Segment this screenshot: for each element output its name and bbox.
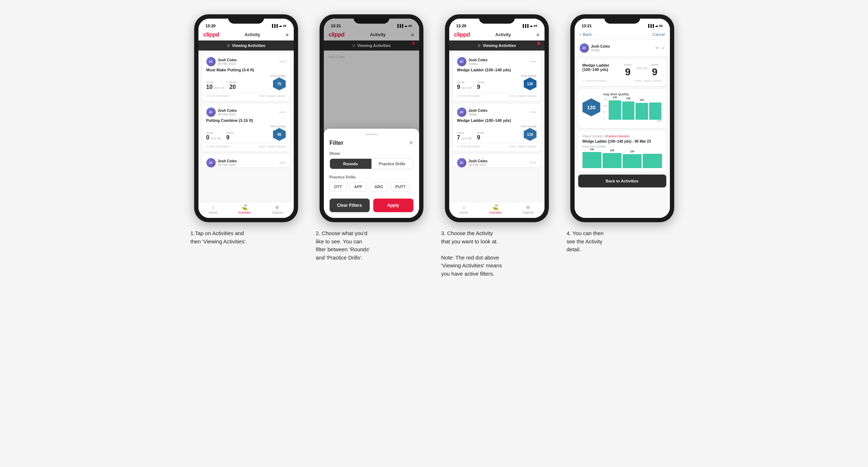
score-label-1-0: Score bbox=[206, 81, 225, 84]
activity-card-3-0[interactable]: JC Josh Coles Today ••• Wedge Ladder (10… bbox=[453, 53, 541, 101]
sq-hexagon-4: 130 bbox=[582, 99, 600, 116]
user-info-1-2: Josh Coles 28 Feb 2023 bbox=[218, 159, 237, 167]
phone-2-shell: 13:21 ▐▐▐ ☁ 44 clippd Activity ≡ ⚙ Viewi… bbox=[320, 14, 423, 222]
data-capture-4: Data: Clippd Capture bbox=[635, 79, 662, 82]
activity-card-1-0[interactable]: JC Josh Coles 28 Feb 2023 ••• Must Make … bbox=[202, 53, 290, 101]
card-title-1-0: Must Make Putting (3-6 ft) bbox=[206, 68, 286, 72]
bottom-nav-3: ⌂ Home ⛳ Activities ⊕ Capture bbox=[449, 202, 545, 218]
user-name-1-0: Josh Coles bbox=[218, 58, 237, 62]
step-description-2: 2. Choose what you'dlike to see. You can… bbox=[316, 229, 427, 262]
user-info-3-0: Josh Coles Today bbox=[469, 58, 488, 66]
phone-1-screen: 13:20 ▐▐▐ ☁ 44 clippd Activity ≡ ⚙ Viewi… bbox=[198, 19, 294, 218]
more-dots-1-2[interactable]: ••• bbox=[279, 160, 286, 166]
session-card-4: Player Activity • Practice Session Wedge… bbox=[578, 131, 666, 172]
step-desc-text-4: 4. You can thensee the Activitydetail. bbox=[567, 230, 604, 252]
step-4: 13:21 ▐▐▐ ☁ 44 < Back Cancel JC Josh Col… bbox=[567, 14, 678, 254]
activity-card-1-1[interactable]: JC Josh Coles 28 Feb 2023 ••• Putting Co… bbox=[202, 104, 290, 152]
drill-ott-2[interactable]: OTT bbox=[330, 182, 347, 191]
toggle-drills-2[interactable]: Practice Drills bbox=[371, 159, 413, 169]
bottom-nav-1: ⌂ Home ⛳ Activities ⊕ Capture bbox=[198, 202, 294, 218]
nav-capture-label-3: Capture bbox=[522, 211, 534, 214]
back-activities-button-4[interactable]: Back to Activities bbox=[578, 175, 666, 187]
user-info-3-2: Josh Coles 28 Feb 2023 bbox=[469, 159, 488, 167]
chart-x-label-4: APP bbox=[603, 120, 662, 122]
avatar-3-0: JC bbox=[457, 57, 466, 66]
user-date-1-1: 28 Feb 2023 bbox=[218, 113, 237, 116]
action-icons-4: ✏ ⤢ bbox=[656, 46, 665, 51]
avg-sq-label-4: ♦ Avg Shot Quality bbox=[582, 145, 662, 148]
nav-activities-1[interactable]: ⛳ Activities bbox=[238, 204, 251, 214]
activity-card-3-1[interactable]: JC Josh Coles Today ••• Wedge Ladder (10… bbox=[453, 104, 541, 152]
avatar-1-1: JC bbox=[206, 108, 216, 117]
detail-user-4: JC Josh Coles Today ✏ ⤢ bbox=[575, 40, 670, 57]
filter-icon-3: ⚙ bbox=[478, 44, 481, 48]
red-dot-3 bbox=[537, 42, 540, 45]
shots-label-1-0: Shots bbox=[229, 81, 236, 84]
activity-card-1-2[interactable]: JC Josh Coles 28 Feb 2023 ••• bbox=[202, 154, 290, 167]
drill-arg-2[interactable]: ARG bbox=[370, 182, 388, 191]
edit-icon-4[interactable]: ✏ bbox=[656, 46, 659, 51]
sq-badge-3-1: 118 bbox=[524, 128, 537, 141]
nav-home-3[interactable]: ⌂ Home bbox=[460, 204, 468, 214]
test-info-4: Test Information bbox=[586, 79, 607, 82]
hamburger-icon-3[interactable]: ≡ bbox=[536, 32, 539, 38]
drill-buttons-2: OTT APP ARG PUTT bbox=[330, 182, 413, 191]
phone-3-screen: 13:20 ▐▐▐ ☁ 44 clippd Activity ≡ ⚙ Viewi… bbox=[449, 19, 545, 218]
activity-list-3: JC Josh Coles Today ••• Wedge Ladder (10… bbox=[449, 51, 545, 202]
user-name-1-2: Josh Coles bbox=[218, 159, 237, 163]
bar-2-4: 129 bbox=[622, 101, 634, 120]
more-dots-3-1[interactable]: ••• bbox=[530, 109, 537, 115]
modal-close-2[interactable]: ✕ bbox=[409, 139, 413, 146]
card-header-3-1: JC Josh Coles Today ••• bbox=[457, 108, 537, 117]
score-col-4: Score 9 bbox=[619, 63, 637, 78]
nav-capture-1[interactable]: ⊕ Capture bbox=[272, 204, 283, 214]
phone-4-shell: 13:21 ▐▐▐ ☁ 44 < Back Cancel JC Josh Col… bbox=[570, 14, 674, 222]
user-name-3-2: Josh Coles bbox=[469, 159, 488, 163]
nav-capture-3[interactable]: ⊕ Capture bbox=[522, 204, 534, 214]
footer-right-1-0: Data: Clippd Capture bbox=[259, 94, 286, 97]
drill-app-2[interactable]: APP bbox=[350, 182, 367, 191]
card-stats-3-1: Score 7 OUT OF Shots 9 bbox=[457, 125, 537, 141]
chart-section-4: 130 Avg Shot Quality 140 100 50 0 bbox=[578, 89, 666, 128]
expand-icon-4[interactable]: ⤢ bbox=[661, 46, 665, 51]
phone-1-shell: 13:20 ▐▐▐ ☁ 44 clippd Activity ≡ ⚙ Viewi… bbox=[194, 14, 298, 222]
app-header-3: clippd Activity ≡ bbox=[449, 29, 545, 40]
card-header-1-1: JC Josh Coles 28 Feb 2023 ••• bbox=[206, 108, 286, 117]
activity-list-1: JC Josh Coles 28 Feb 2023 ••• Must Make … bbox=[198, 51, 294, 202]
user-date-3-0: Today bbox=[469, 62, 488, 66]
more-dots-3-0[interactable]: ••• bbox=[530, 59, 537, 65]
phone-3-notch bbox=[479, 14, 515, 24]
card-header-3-0: JC Josh Coles Today ••• bbox=[457, 57, 537, 66]
session-link-4[interactable]: Practice Session bbox=[605, 134, 629, 138]
card-user-3-2: JC Josh Coles 28 Feb 2023 bbox=[457, 158, 488, 167]
hamburger-icon-1[interactable]: ≡ bbox=[286, 32, 288, 38]
clear-filters-button-2[interactable]: Clear Filters bbox=[330, 199, 370, 212]
drill-putt-2[interactable]: PUTT bbox=[391, 182, 411, 191]
card-header-1-0: JC Josh Coles 28 Feb 2023 ••• bbox=[206, 57, 286, 66]
bar-label-3-4: 124 bbox=[639, 99, 644, 101]
mini-bar-3-4: 124 bbox=[623, 154, 642, 168]
phone-2-screen: 13:21 ▐▐▐ ☁ 44 clippd Activity ≡ ⚙ Viewi… bbox=[324, 19, 419, 218]
more-dots-1-1[interactable]: ••• bbox=[279, 109, 286, 115]
user-name-4: Josh Coles bbox=[591, 44, 610, 48]
phone-4-screen: 13:21 ▐▐▐ ☁ 44 < Back Cancel JC Josh Col… bbox=[575, 19, 670, 218]
nav-home-1[interactable]: ⌂ Home bbox=[209, 204, 217, 214]
viewing-banner-1[interactable]: ⚙ Viewing Activities bbox=[198, 40, 294, 51]
activity-card-3-2[interactable]: JC Josh Coles 28 Feb 2023 ••• bbox=[453, 154, 541, 167]
modal-actions-2: Clear Filters Apply bbox=[330, 199, 413, 212]
chart-title-4: Avg Shot Quality bbox=[603, 92, 662, 96]
more-dots-1-0[interactable]: ••• bbox=[279, 59, 286, 65]
nav-activities-3[interactable]: ⛳ Activities bbox=[489, 204, 502, 214]
card-user-4: JC Josh Coles Today bbox=[580, 43, 610, 53]
score-card-header-4: Wedge Ladder (100–140 yds) Score 9 OUT O… bbox=[582, 63, 662, 78]
toggle-rounds-2[interactable]: Rounds bbox=[330, 159, 371, 169]
viewing-banner-3[interactable]: ⚙ Viewing Activities bbox=[449, 40, 545, 51]
apply-button-2[interactable]: Apply bbox=[373, 199, 413, 212]
shots-group-1-0: Shots 20 bbox=[229, 81, 236, 90]
mini-bar-2-4: 129 bbox=[603, 153, 622, 168]
sq-badge-3-0: 130 bbox=[524, 77, 537, 90]
back-button-4[interactable]: < Back bbox=[580, 32, 592, 37]
nav-capture-label-1: Capture bbox=[272, 211, 283, 214]
cancel-button-4[interactable]: Cancel bbox=[652, 32, 665, 37]
more-dots-3-2[interactable]: ••• bbox=[530, 160, 537, 166]
